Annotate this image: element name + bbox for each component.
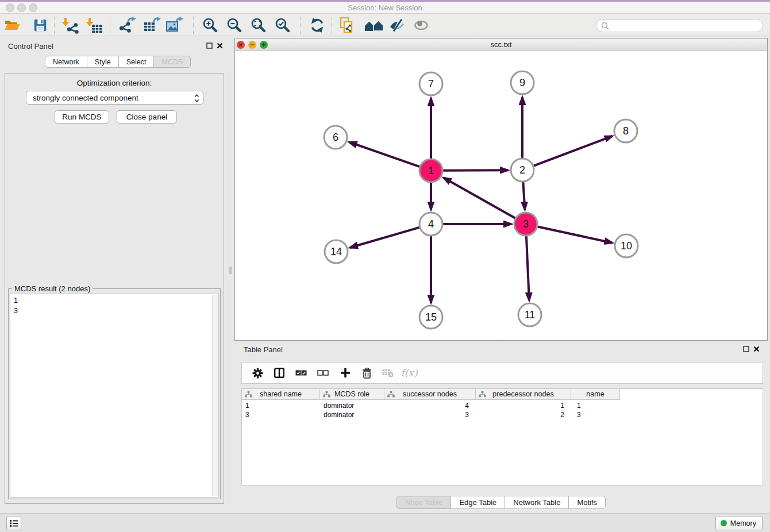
window-title: Session: New Session: [0, 3, 770, 12]
table-cell[interactable]: 2: [476, 410, 571, 419]
tab-mcds[interactable]: MCDS: [153, 56, 191, 68]
float-panel-icon[interactable]: [743, 346, 749, 352]
optimization-criterion-label: Optimization criterion:: [5, 79, 224, 87]
graph-node-label-2: 2: [519, 164, 525, 176]
mcds-result-text[interactable]: 13: [10, 294, 219, 498]
show-graphics-details-button[interactable]: [411, 16, 431, 35]
tab-style[interactable]: Style: [87, 56, 119, 68]
delete-table-icon: [382, 368, 394, 377]
tab-network[interactable]: Network: [45, 56, 87, 68]
graph-node-label-8: 8: [623, 125, 629, 137]
home-layout-button[interactable]: [364, 16, 384, 35]
column-header-predecessor-nodes[interactable]: predecessor nodes: [476, 389, 571, 399]
table-cell[interactable]: dominator: [320, 410, 384, 419]
control-panel: Control Panel NetworkStyleSelectMCDS Opt…: [5, 39, 225, 508]
table-toolbar: f(x): [241, 362, 763, 384]
show-columns-button[interactable]: [270, 363, 289, 383]
zoom-out-button[interactable]: [225, 16, 244, 35]
tab-network-table[interactable]: Network Table: [505, 496, 569, 509]
delete-table-button[interactable]: [378, 363, 398, 383]
function-builder-button[interactable]: f(x): [399, 363, 419, 383]
tab-select[interactable]: Select: [118, 56, 155, 68]
table-cell[interactable]: dominator: [320, 401, 384, 410]
copy-network-icon: [338, 17, 356, 34]
copy-network-button[interactable]: [337, 16, 357, 35]
graph-node-label-14: 14: [330, 246, 342, 257]
result-scrollbar[interactable]: [212, 295, 218, 496]
control-panel-tabs: NetworkStyleSelectMCDS: [45, 56, 191, 68]
float-panel-icon[interactable]: [206, 43, 213, 49]
select-all-icon: [295, 369, 307, 376]
tab-motifs[interactable]: Motifs: [568, 496, 606, 509]
table-cell[interactable]: 1: [242, 401, 320, 410]
show-details-eye-icon: [413, 19, 430, 32]
network-window-titlebar[interactable]: scc.txt: [235, 38, 767, 51]
table-cell[interactable]: 4: [384, 401, 476, 410]
graph-node-label-6: 6: [333, 132, 338, 143]
search-input[interactable]: [609, 22, 763, 30]
open-session-button[interactable]: [2, 16, 22, 35]
memory-button[interactable]: Memory: [715, 516, 763, 530]
export-network-icon: [118, 17, 137, 34]
refresh-view-button[interactable]: [307, 16, 327, 35]
column-header-MCDS-role[interactable]: MCDS role: [320, 389, 384, 399]
toolbar-divider: [193, 17, 194, 34]
show-panels-button[interactable]: [6, 516, 21, 530]
zoom-out-icon: [226, 17, 242, 33]
import-table-button[interactable]: [84, 16, 104, 35]
trash-icon: [362, 368, 372, 379]
deselect-all-button[interactable]: [313, 363, 333, 383]
tab-node-table[interactable]: Node Table: [396, 496, 452, 509]
network-graph-canvas[interactable]: 7968124314101511: [235, 51, 767, 340]
network-window-title: scc.txt: [235, 40, 767, 49]
table-cell[interactable]: 1: [476, 401, 571, 410]
columns-icon: [274, 368, 284, 378]
column-header-successor-nodes[interactable]: successor nodes: [384, 389, 476, 399]
open-folder-icon: [3, 18, 21, 33]
graph-edge-3-1[interactable]: [444, 178, 515, 218]
zoom-selected-button[interactable]: [273, 16, 292, 35]
table-tabs: Node TableEdge TableNetwork TableMotifs: [234, 496, 768, 509]
close-panel-icon[interactable]: [217, 43, 223, 49]
table-header-row: shared nameMCDS rolesuccessor nodesprede…: [242, 389, 620, 400]
column-header-name[interactable]: name: [571, 389, 620, 399]
column-header-shared-name[interactable]: shared name: [242, 389, 320, 399]
zoom-in-button[interactable]: [201, 16, 220, 35]
table-settings-button[interactable]: [248, 363, 267, 383]
graph-edge-3-11[interactable]: [526, 236, 529, 300]
export-network-button[interactable]: [118, 16, 137, 35]
table-cell[interactable]: 3: [384, 410, 476, 419]
vertical-splitter-handle[interactable]: [229, 267, 232, 274]
graph-edge-2-8[interactable]: [534, 136, 613, 166]
select-all-button[interactable]: [291, 363, 311, 383]
export-image-button[interactable]: [164, 16, 184, 35]
app-window: Session: New Session: [0, 0, 770, 532]
graph-node-label-3: 3: [523, 218, 529, 230]
import-network-button[interactable]: [60, 16, 80, 35]
graph-edge-2-3[interactable]: [523, 182, 525, 210]
export-table-button[interactable]: [142, 16, 161, 35]
deselect-all-icon: [317, 369, 329, 376]
export-image-icon: [165, 17, 183, 34]
table-panel: Table Panel: [234, 342, 768, 510]
close-panel-button[interactable]: Close panel: [117, 110, 177, 124]
criterion-dropdown[interactable]: strongly connected component: [26, 91, 203, 105]
zoom-fit-button[interactable]: [249, 16, 268, 35]
hide-graphics-details-button[interactable]: [387, 16, 407, 35]
node-table: shared nameMCDS rolesuccessor nodesprede…: [241, 388, 763, 485]
graph-edge-3-10[interactable]: [538, 226, 613, 242]
table-cell[interactable]: 3: [571, 410, 620, 419]
delete-column-button[interactable]: [357, 363, 376, 383]
graph-edge-1-6[interactable]: [349, 142, 420, 167]
save-session-button[interactable]: [30, 16, 50, 35]
graph-edge-4-14[interactable]: [350, 228, 419, 248]
table-cell[interactable]: 1: [571, 401, 620, 410]
tab-edge-table[interactable]: Edge Table: [451, 496, 505, 509]
run-mcds-button[interactable]: Run MCDS: [55, 110, 109, 124]
close-panel-icon[interactable]: [753, 346, 760, 352]
graph-edge-1-2[interactable]: [443, 170, 508, 171]
table-cell[interactable]: 3: [242, 410, 320, 419]
graph-node-label-7: 7: [428, 78, 434, 90]
search-field[interactable]: [596, 19, 763, 32]
add-column-button[interactable]: [336, 363, 355, 383]
